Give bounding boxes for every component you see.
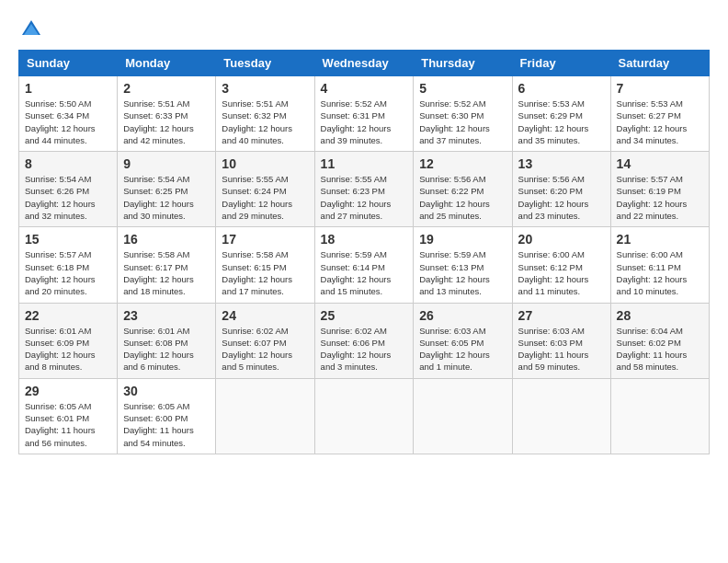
day-number: 18 [321,232,408,247]
day-info: Sunrise: 5:52 AM Sunset: 6:31 PM Dayligh… [321,98,408,146]
logo-icon [20,18,42,40]
day-number: 1 [25,81,111,96]
day-number: 19 [419,232,506,247]
day-number: 7 [617,81,703,96]
day-number: 15 [25,232,111,247]
calendar-cell [610,378,709,454]
calendar-cell: 14Sunrise: 5:57 AM Sunset: 6:19 PM Dayli… [610,152,709,227]
calendar-cell: 30Sunrise: 6:05 AM Sunset: 6:00 PM Dayli… [118,378,216,454]
day-info: Sunrise: 6:02 AM Sunset: 6:07 PM Dayligh… [222,325,308,373]
day-number: 29 [25,384,111,398]
calendar-cell: 17Sunrise: 5:58 AM Sunset: 6:15 PM Dayli… [216,227,314,303]
calendar-cell: 29Sunrise: 6:05 AM Sunset: 6:01 PM Dayli… [19,378,118,454]
day-info: Sunrise: 6:05 AM Sunset: 6:00 PM Dayligh… [123,400,210,449]
day-number: 5 [419,81,506,96]
day-number: 17 [222,232,308,247]
day-number: 13 [518,156,605,171]
day-info: Sunrise: 5:56 AM Sunset: 6:22 PM Dayligh… [419,173,506,222]
day-header-wednesday: Wednesday [314,51,414,76]
calendar-week-4: 22Sunrise: 6:01 AM Sunset: 6:09 PM Dayli… [19,303,710,378]
day-info: Sunrise: 5:59 AM Sunset: 6:13 PM Dayligh… [419,248,506,297]
day-info: Sunrise: 5:53 AM Sunset: 6:27 PM Dayligh… [617,98,703,146]
calendar-cell: 5Sunrise: 5:52 AM Sunset: 6:30 PM Daylig… [414,76,512,152]
day-info: Sunrise: 5:55 AM Sunset: 6:23 PM Dayligh… [321,173,408,222]
day-info: Sunrise: 5:54 AM Sunset: 6:26 PM Dayligh… [25,173,111,222]
calendar-cell: 28Sunrise: 6:04 AM Sunset: 6:02 PM Dayli… [610,303,709,378]
calendar-cell [512,378,610,454]
calendar-cell: 23Sunrise: 6:01 AM Sunset: 6:08 PM Dayli… [118,303,216,378]
calendar-cell: 1Sunrise: 5:50 AM Sunset: 6:34 PM Daylig… [19,76,118,152]
page-header [18,18,710,40]
calendar-cell: 20Sunrise: 6:00 AM Sunset: 6:12 PM Dayli… [512,227,610,303]
calendar-cell: 18Sunrise: 5:59 AM Sunset: 6:14 PM Dayli… [314,227,414,303]
day-info: Sunrise: 6:04 AM Sunset: 6:02 PM Dayligh… [617,325,703,373]
day-number: 20 [518,232,605,247]
day-number: 22 [25,308,111,323]
day-info: Sunrise: 6:05 AM Sunset: 6:01 PM Dayligh… [25,400,111,449]
day-info: Sunrise: 6:03 AM Sunset: 6:03 PM Dayligh… [518,325,605,373]
calendar-cell: 7Sunrise: 5:53 AM Sunset: 6:27 PM Daylig… [610,76,709,152]
day-info: Sunrise: 5:58 AM Sunset: 6:15 PM Dayligh… [222,248,308,297]
calendar-cell: 21Sunrise: 6:00 AM Sunset: 6:11 PM Dayli… [610,227,709,303]
day-number: 9 [123,156,210,171]
calendar-cell [414,378,512,454]
day-info: Sunrise: 5:59 AM Sunset: 6:14 PM Dayligh… [321,248,408,297]
day-number: 8 [25,156,111,171]
day-info: Sunrise: 6:01 AM Sunset: 6:09 PM Dayligh… [25,325,111,373]
day-number: 4 [321,81,408,96]
calendar-week-3: 15Sunrise: 5:57 AM Sunset: 6:18 PM Dayli… [19,227,710,303]
calendar-week-5: 29Sunrise: 6:05 AM Sunset: 6:01 PM Dayli… [19,378,710,454]
day-header-sunday: Sunday [19,51,118,76]
day-number: 14 [617,156,703,171]
day-number: 26 [419,308,506,323]
calendar-cell: 4Sunrise: 5:52 AM Sunset: 6:31 PM Daylig… [314,76,414,152]
day-number: 16 [123,232,210,247]
day-info: Sunrise: 5:57 AM Sunset: 6:18 PM Dayligh… [25,248,111,297]
day-number: 24 [222,308,308,323]
day-number: 3 [222,81,308,96]
day-info: Sunrise: 6:03 AM Sunset: 6:05 PM Dayligh… [419,325,506,373]
calendar-week-2: 8Sunrise: 5:54 AM Sunset: 6:26 PM Daylig… [19,152,710,227]
calendar-cell: 26Sunrise: 6:03 AM Sunset: 6:05 PM Dayli… [414,303,512,378]
day-info: Sunrise: 6:02 AM Sunset: 6:06 PM Dayligh… [321,325,408,373]
day-header-tuesday: Tuesday [216,51,314,76]
day-number: 30 [123,384,210,398]
calendar-cell: 8Sunrise: 5:54 AM Sunset: 6:26 PM Daylig… [19,152,118,227]
day-number: 25 [321,308,408,323]
day-info: Sunrise: 5:51 AM Sunset: 6:32 PM Dayligh… [222,98,308,146]
calendar-cell [216,378,314,454]
day-info: Sunrise: 5:50 AM Sunset: 6:34 PM Dayligh… [25,98,111,146]
day-header-friday: Friday [512,51,610,76]
day-info: Sunrise: 5:56 AM Sunset: 6:20 PM Dayligh… [518,173,605,222]
day-header-saturday: Saturday [610,51,709,76]
day-number: 23 [123,308,210,323]
day-info: Sunrise: 6:00 AM Sunset: 6:12 PM Dayligh… [518,248,605,297]
calendar-body: 1Sunrise: 5:50 AM Sunset: 6:34 PM Daylig… [19,76,710,454]
calendar-week-1: 1Sunrise: 5:50 AM Sunset: 6:34 PM Daylig… [19,76,710,152]
day-number: 27 [518,308,605,323]
calendar-cell: 3Sunrise: 5:51 AM Sunset: 6:32 PM Daylig… [216,76,314,152]
day-number: 21 [617,232,703,247]
calendar-header-row: SundayMondayTuesdayWednesdayThursdayFrid… [19,51,710,76]
calendar-cell: 22Sunrise: 6:01 AM Sunset: 6:09 PM Dayli… [19,303,118,378]
day-number: 2 [123,81,210,96]
calendar-cell: 2Sunrise: 5:51 AM Sunset: 6:33 PM Daylig… [118,76,216,152]
calendar-cell: 24Sunrise: 6:02 AM Sunset: 6:07 PM Dayli… [216,303,314,378]
day-number: 10 [222,156,308,171]
calendar-cell: 16Sunrise: 5:58 AM Sunset: 6:17 PM Dayli… [118,227,216,303]
day-info: Sunrise: 6:00 AM Sunset: 6:11 PM Dayligh… [617,248,703,297]
calendar-table: SundayMondayTuesdayWednesdayThursdayFrid… [18,50,710,454]
day-header-thursday: Thursday [414,51,512,76]
calendar-cell: 6Sunrise: 5:53 AM Sunset: 6:29 PM Daylig… [512,76,610,152]
day-info: Sunrise: 5:53 AM Sunset: 6:29 PM Dayligh… [518,98,605,146]
calendar-cell: 25Sunrise: 6:02 AM Sunset: 6:06 PM Dayli… [314,303,414,378]
day-number: 11 [321,156,408,171]
calendar-cell: 13Sunrise: 5:56 AM Sunset: 6:20 PM Dayli… [512,152,610,227]
day-number: 28 [617,308,703,323]
day-number: 12 [419,156,506,171]
calendar-cell: 15Sunrise: 5:57 AM Sunset: 6:18 PM Dayli… [19,227,118,303]
day-info: Sunrise: 5:57 AM Sunset: 6:19 PM Dayligh… [617,173,703,222]
day-info: Sunrise: 5:55 AM Sunset: 6:24 PM Dayligh… [222,173,308,222]
day-info: Sunrise: 5:52 AM Sunset: 6:30 PM Dayligh… [419,98,506,146]
day-header-monday: Monday [118,51,216,76]
